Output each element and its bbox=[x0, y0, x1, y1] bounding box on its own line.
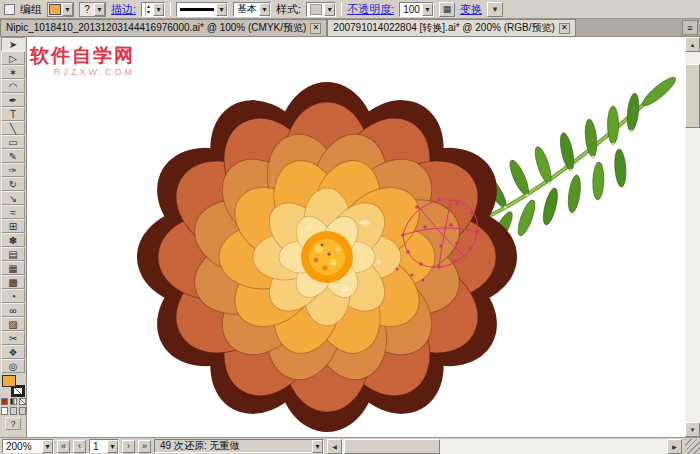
document-tab-1[interactable]: Nipic_1018410_20131203144416976000.ai* @… bbox=[0, 19, 327, 36]
chevron-down-icon[interactable]: ▾ bbox=[312, 440, 323, 453]
chevron-down-icon[interactable]: ▾ bbox=[487, 2, 503, 17]
brush-name-label: 基本 bbox=[237, 2, 257, 16]
close-icon[interactable]: ✕ bbox=[310, 23, 321, 34]
control-bar: 编组 ▾ ? ▾ 描边: ▴▾ ▾ ▾ 基本 ▾ 样式: ▾ 不透明度: 100… bbox=[0, 0, 700, 19]
artwork-svg bbox=[27, 37, 685, 437]
scroll-right-icon[interactable]: ▶ bbox=[667, 439, 682, 454]
direct-selection-tool[interactable]: ▷ bbox=[1, 51, 25, 65]
full-screen-menu-mode-button[interactable] bbox=[10, 407, 17, 415]
vertical-scrollbar[interactable]: ▲ ▼ bbox=[685, 37, 700, 437]
zoom-tool[interactable]: ◎ bbox=[1, 359, 25, 373]
fill-color-picker[interactable]: ▾ bbox=[47, 2, 74, 17]
mesh-tool[interactable]: ▦ bbox=[1, 261, 25, 275]
tab-1-label: Nipic_1018410_20131203144416976000.ai* @… bbox=[6, 21, 306, 35]
vertical-scroll-thumb[interactable] bbox=[685, 64, 700, 128]
grid-icon[interactable]: ▦ bbox=[439, 2, 455, 17]
color-button[interactable] bbox=[1, 398, 8, 405]
undo-status-text: 49 次还原: 无重做 bbox=[160, 439, 239, 453]
gradient-tool[interactable]: ▩ bbox=[1, 275, 25, 289]
paintbrush-tool[interactable]: ✎ bbox=[1, 149, 25, 163]
horizontal-scroll-thumb[interactable] bbox=[344, 439, 440, 454]
separator bbox=[341, 2, 342, 16]
vertical-scroll-track[interactable] bbox=[685, 52, 700, 422]
rotate-tool[interactable]: ↻ bbox=[1, 177, 25, 191]
normal-screen-mode-button[interactable] bbox=[1, 407, 8, 415]
chevron-down-icon[interactable]: ▾ bbox=[422, 3, 433, 16]
pen-tool[interactable]: ✒ bbox=[1, 93, 25, 107]
chevron-down-icon[interactable]: ▾ bbox=[62, 3, 73, 16]
blend-tool[interactable]: ∞ bbox=[1, 303, 25, 317]
help-button[interactable]: ? bbox=[5, 417, 21, 430]
scroll-up-icon[interactable]: ▲ bbox=[685, 37, 700, 52]
scroll-down-icon[interactable]: ▼ bbox=[685, 422, 700, 437]
horizontal-scrollbar[interactable]: ◀ ▶ bbox=[327, 439, 682, 454]
stroke-weight-input[interactable]: ▴▾ ▾ bbox=[141, 2, 165, 17]
separator bbox=[170, 2, 171, 16]
scale-tool[interactable]: ↘ bbox=[1, 191, 25, 205]
close-icon[interactable]: ✕ bbox=[559, 23, 570, 34]
chevron-down-icon[interactable]: ▾ bbox=[94, 3, 105, 16]
stepper-icon[interactable]: ▴▾ bbox=[145, 3, 151, 15]
fill-stroke-swatches[interactable] bbox=[1, 375, 25, 397]
stroke-panel-link[interactable]: 描边: bbox=[111, 2, 136, 17]
selection-type-label: 编组 bbox=[20, 2, 42, 17]
gradient-button[interactable] bbox=[10, 398, 17, 405]
document-tab-bar: Nipic_1018410_20131203144416976000.ai* @… bbox=[0, 19, 700, 37]
last-page-icon[interactable]: » bbox=[138, 440, 151, 453]
none-button[interactable] bbox=[19, 398, 26, 405]
chevron-down-icon[interactable]: ▾ bbox=[259, 3, 270, 16]
status-display-dropdown[interactable]: 49 次还原: 无重做 ▾ bbox=[154, 439, 324, 453]
scroll-left-icon[interactable]: ◀ bbox=[327, 439, 342, 454]
transform-panel-link[interactable]: 变换 bbox=[460, 2, 482, 17]
line-tool[interactable]: ╲ bbox=[1, 121, 25, 135]
eyedropper-tool[interactable]: ◔ bbox=[1, 289, 25, 303]
document-canvas[interactable]: 软件自学网 RJZXW.COM bbox=[27, 37, 685, 437]
artboard-number-dropdown[interactable]: 1 ▾ bbox=[89, 439, 119, 453]
type-tool[interactable]: T bbox=[1, 107, 25, 121]
free-transform-tool[interactable]: ⊞ bbox=[1, 219, 25, 233]
next-page-icon[interactable]: › bbox=[122, 440, 135, 453]
chevron-down-icon[interactable]: ▾ bbox=[153, 3, 164, 16]
selection-thumbnail-icon bbox=[4, 4, 15, 15]
brush-name-dropdown[interactable]: 基本 ▾ bbox=[233, 2, 271, 17]
style-label: 样式: bbox=[276, 2, 301, 17]
brush-definition-dropdown[interactable]: ▾ bbox=[176, 2, 228, 17]
symbol-sprayer-tool[interactable]: ✽ bbox=[1, 233, 25, 247]
chevron-down-icon[interactable]: ▾ bbox=[42, 440, 53, 453]
chevron-down-icon[interactable]: ▾ bbox=[324, 3, 335, 16]
color-mode-row bbox=[0, 398, 26, 405]
first-page-icon[interactable]: « bbox=[57, 440, 70, 453]
fill-swatch[interactable] bbox=[2, 375, 16, 387]
resize-grip bbox=[685, 439, 700, 454]
zoom-value: 200% bbox=[6, 441, 40, 452]
screen-mode-row bbox=[0, 407, 26, 415]
fern-leaf bbox=[480, 74, 679, 248]
chevron-down-icon[interactable]: ▾ bbox=[107, 440, 118, 453]
full-screen-mode-button[interactable] bbox=[19, 407, 26, 415]
graph-tool[interactable]: ▤ bbox=[1, 247, 25, 261]
scissors-tool[interactable]: ✂ bbox=[1, 331, 25, 345]
magic-wand-tool[interactable]: ✶ bbox=[1, 65, 25, 79]
stroke-color-picker[interactable]: ? ▾ bbox=[79, 2, 106, 17]
fill-swatch-icon bbox=[49, 4, 61, 15]
warp-tool[interactable]: ≈ bbox=[1, 205, 25, 219]
style-dropdown[interactable]: ▾ bbox=[306, 2, 336, 17]
hand-tool[interactable]: ❖ bbox=[1, 345, 25, 359]
opacity-value: 100 bbox=[403, 4, 420, 15]
document-tab-2[interactable]: 200791014022804 [转换].ai* @ 200% (RGB/预览)… bbox=[327, 19, 575, 36]
zoom-level-dropdown[interactable]: 200% ▾ bbox=[2, 439, 54, 453]
selection-tool[interactable]: ➤ bbox=[1, 37, 25, 51]
opacity-input[interactable]: 100 ▾ bbox=[399, 2, 434, 17]
horizontal-scroll-track[interactable] bbox=[342, 439, 667, 454]
status-bar: 200% ▾ « ‹ 1 ▾ › » 49 次还原: 无重做 ▾ ◀ ▶ bbox=[0, 437, 700, 454]
chevron-down-icon[interactable]: ▾ bbox=[216, 3, 227, 16]
rectangle-tool[interactable]: ▭ bbox=[1, 135, 25, 149]
live-paint-bucket-tool[interactable]: ▨ bbox=[1, 317, 25, 331]
tools-panel: ➤▷✶◠✒T╲▭✎✑↻↘≈⊞✽▤▦▩◔∞▨✂❖◎ ? bbox=[0, 37, 27, 437]
artboard-number: 1 bbox=[93, 441, 99, 452]
lasso-tool[interactable]: ◠ bbox=[1, 79, 25, 93]
pencil-tool[interactable]: ✑ bbox=[1, 163, 25, 177]
previous-page-icon[interactable]: ‹ bbox=[73, 440, 86, 453]
opacity-panel-link[interactable]: 不透明度: bbox=[347, 2, 394, 17]
tab-bar-menu-icon[interactable]: ≡ bbox=[682, 20, 698, 35]
